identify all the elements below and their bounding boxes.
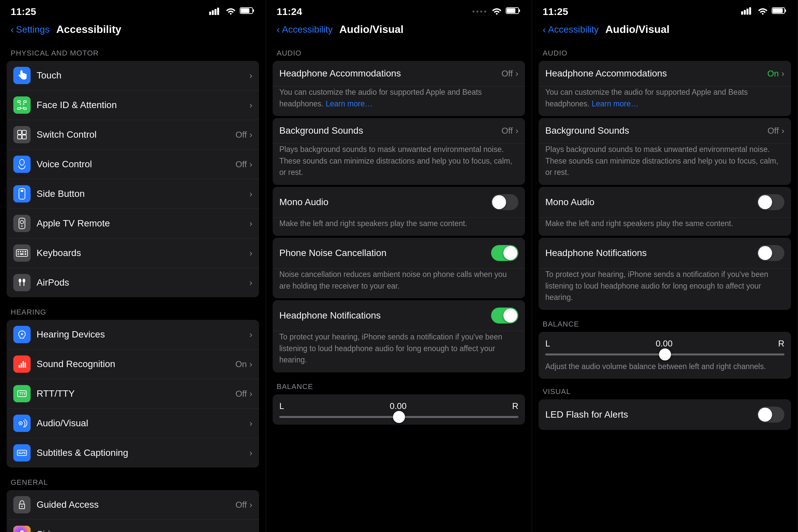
row-keyboards-chevron: › — [249, 248, 252, 258]
row-siri[interactable]: Siri › — [7, 520, 259, 532]
background-sounds-row-panel3[interactable]: Background Sounds Off › — [539, 118, 791, 144]
svg-rect-0 — [209, 12, 211, 15]
row-airpods-chevron: › — [249, 278, 252, 288]
background-sounds-chevron-panel2: › — [515, 126, 518, 136]
back-chevron-panel3: ‹ — [543, 24, 546, 35]
page-title-panel1: Accessibility — [56, 23, 121, 36]
row-audiovisual[interactable]: Audio/Visual › — [7, 408, 259, 438]
panel-audiovisual-off: 11:24 •••• ‹ Accessibility Audio/Visual … — [266, 0, 532, 532]
back-button-panel3[interactable]: ‹ Accessibility — [543, 24, 598, 35]
row-rtttty[interactable]: TTY RTT/TTY Off › — [7, 379, 259, 408]
soundrecognition-icon — [13, 356, 31, 373]
back-label-panel3: Accessibility — [548, 24, 598, 35]
led-flash-toggle-panel3[interactable] — [757, 407, 784, 423]
av-content-panel2: Audio Headphone Accommodations Off › You… — [266, 41, 532, 532]
headphone-accommodations-row-panel3[interactable]: Headphone Accommodations On › — [539, 61, 791, 87]
svg-rect-29 — [18, 253, 19, 255]
row-touch[interactable]: Touch › — [7, 61, 259, 91]
headphone-accommodations-label-panel3: Headphone Accommodations — [545, 68, 667, 79]
headphone-learn-more-panel3[interactable]: Learn more… — [591, 99, 639, 108]
background-sounds-value-panel2: Off — [501, 126, 513, 136]
row-subtitles[interactable]: Subtitles & Captioning › — [7, 438, 259, 468]
svg-point-8 — [23, 103, 24, 105]
svg-rect-12 — [24, 108, 26, 109]
mono-audio-desc-panel3: Make the left and right speakers play th… — [539, 218, 791, 236]
av-content-panel3: Audio Headphone Accommodations On › You … — [532, 41, 798, 532]
row-guidedaccess[interactable]: Guided Access Off › — [7, 490, 259, 520]
audiovisual-icon — [13, 415, 31, 432]
phone-noise-card-panel2: Phone Noise Cancellation Noise cancellat… — [273, 238, 525, 298]
row-sidebutton[interactable]: Side Button › — [7, 179, 259, 209]
headphone-notifications-row-panel3[interactable]: Headphone Notifications — [539, 238, 791, 269]
row-guidedaccess-label: Guided Access — [37, 499, 99, 510]
row-subtitles-label: Subtitles & Captioning — [37, 448, 128, 458]
row-subtitles-chevron: › — [249, 448, 252, 458]
headphone-accommodations-label-panel2: Headphone Accommodations — [279, 68, 401, 79]
row-touch-chevron: › — [249, 71, 252, 81]
balance-slider-knob-panel3[interactable] — [659, 348, 671, 360]
row-switchcontrol-value: Off — [235, 130, 247, 140]
balance-slider-knob-panel2[interactable] — [393, 411, 405, 423]
settings-list-general: Guided Access Off › Siri › — [7, 490, 259, 532]
headphone-notifications-toggle-panel3[interactable] — [757, 245, 784, 261]
balance-section-header-panel2: Balance — [273, 374, 525, 394]
row-keyboards[interactable]: Keyboards › — [7, 239, 259, 268]
balance-slider-fill-panel2 — [279, 416, 399, 418]
row-switchcontrol[interactable]: Switch Control Off › — [7, 120, 259, 150]
svg-rect-39 — [23, 361, 24, 368]
led-flash-row-panel3[interactable]: LED Flash for Alerts — [539, 399, 791, 430]
svg-rect-46 — [18, 452, 21, 453]
svg-rect-24 — [16, 250, 27, 256]
row-faceid[interactable]: Face ID & Attention › — [7, 91, 259, 120]
settings-list-hearing: Hearing Devices › Sound Recognition On › — [7, 320, 259, 468]
row-appletvremote-chevron: › — [249, 218, 252, 229]
row-soundrecognition[interactable]: Sound Recognition On › — [7, 349, 259, 379]
section-header-general: General — [0, 470, 266, 490]
row-hearingdevices[interactable]: Hearing Devices › — [7, 320, 259, 349]
headphone-notifications-label-panel3: Headphone Notifications — [545, 248, 647, 258]
av-audio-header-panel3: Audio — [539, 41, 791, 61]
svg-rect-16 — [22, 135, 26, 139]
background-sounds-row-panel2[interactable]: Background Sounds Off › — [273, 118, 525, 144]
section-header-hearing: Hearing — [0, 300, 266, 320]
balance-slider-panel2[interactable] — [279, 416, 518, 418]
touch-icon — [13, 67, 31, 84]
svg-rect-59 — [746, 8, 748, 15]
headphone-notifications-desc-panel2: To protect your hearing, iPhone sends a … — [273, 331, 525, 373]
phone-noise-toggle-panel2[interactable] — [491, 245, 518, 261]
balance-description-panel3: Adjust the audio volume balance between … — [545, 361, 784, 373]
mono-audio-row-panel3[interactable]: Mono Audio — [539, 187, 791, 218]
phone-noise-row-panel2[interactable]: Phone Noise Cancellation — [273, 238, 525, 269]
row-voicecontrol-chevron: › — [249, 159, 252, 170]
row-rtttty-chevron: › — [249, 389, 252, 399]
led-flash-toggle-knob-panel3 — [758, 407, 772, 422]
screen-content-panel1: Physical and Motor Touch › Face ID & Att… — [0, 41, 266, 532]
row-faceid-label: Face ID & Attention — [37, 100, 117, 110]
row-soundrecognition-value: On — [235, 359, 247, 369]
back-button-panel1[interactable]: ‹ Settings — [11, 24, 50, 35]
headphone-notifications-toggle-panel2[interactable] — [491, 307, 518, 324]
mono-audio-toggle-panel3[interactable] — [757, 194, 784, 210]
svg-point-22 — [20, 221, 24, 224]
balance-slider-panel3[interactable] — [545, 354, 784, 356]
row-hearingdevices-label: Hearing Devices — [37, 329, 105, 340]
mono-audio-toggle-panel2[interactable] — [491, 194, 518, 210]
row-rtttty-label: RTT/TTY — [37, 388, 75, 399]
status-icons-panel1 — [209, 7, 255, 17]
row-appletvremote[interactable]: Apple TV Remote › — [7, 209, 259, 239]
row-voicecontrol[interactable]: Voice Control Off › — [7, 150, 259, 179]
row-voicecontrol-label: Voice Control — [37, 159, 92, 169]
mono-audio-row-panel2[interactable]: Mono Audio — [273, 187, 525, 218]
svg-point-36 — [21, 333, 23, 335]
back-button-panel2[interactable]: ‹ Accessibility — [277, 24, 332, 35]
headphone-notifications-row-panel2[interactable]: Headphone Notifications — [273, 300, 525, 331]
battery-icon-panel2 — [506, 7, 521, 17]
svg-point-17 — [20, 159, 24, 165]
svg-rect-20 — [21, 190, 23, 192]
status-bar-panel2: 11:24 •••• — [266, 0, 532, 21]
battery-icon-panel1 — [240, 7, 255, 17]
headphone-learn-more-panel2[interactable]: Learn more… — [325, 99, 373, 108]
row-airpods[interactable]: AirPods › — [7, 268, 259, 297]
headphone-accommodations-row-panel2[interactable]: Headphone Accommodations Off › — [273, 61, 525, 87]
mono-audio-toggle-knob-panel2 — [492, 195, 506, 209]
